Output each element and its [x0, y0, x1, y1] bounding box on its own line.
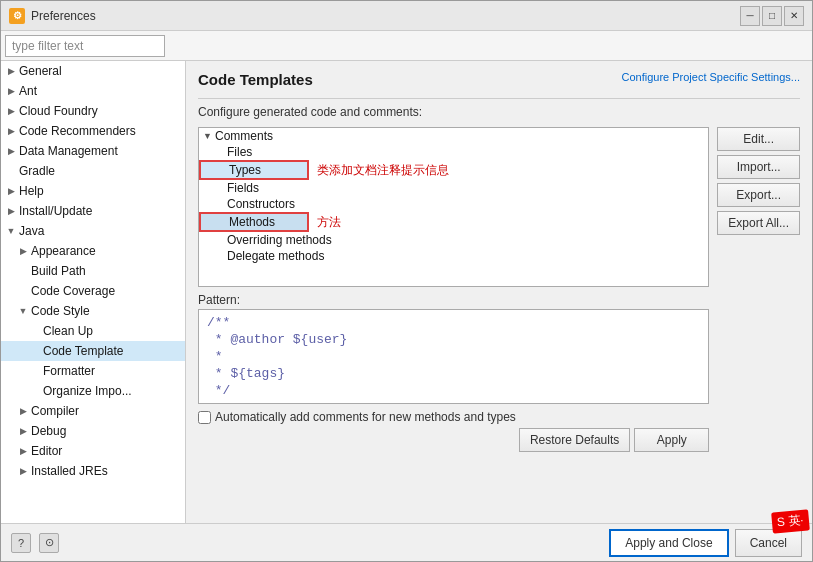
auto-check-label: Automatically add comments for new metho…	[215, 410, 516, 424]
sidebar-item-formatter[interactable]: Formatter	[1, 361, 185, 381]
arrow-icon	[17, 266, 29, 276]
arrow-icon: ▶	[17, 446, 29, 456]
app-icon: ⚙	[9, 8, 25, 24]
tree-item-methods[interactable]: Methods	[199, 212, 309, 232]
sidebar-item-code-template[interactable]: Code Template	[1, 341, 185, 361]
tree-item-types[interactable]: Types	[199, 160, 309, 180]
sidebar-item-code-coverage[interactable]: Code Coverage	[1, 281, 185, 301]
sidebar-item-installed-jres[interactable]: ▶ Installed JREs	[1, 461, 185, 481]
code-line-3: *	[207, 348, 700, 365]
auto-check-row: Automatically add comments for new metho…	[198, 410, 709, 424]
tree-item-label: Comments	[215, 129, 273, 143]
sidebar-item-install-update[interactable]: ▶ Install/Update	[1, 201, 185, 221]
sidebar-item-label: Code Coverage	[29, 283, 117, 299]
sidebar-item-ant[interactable]: ▶ Ant	[1, 81, 185, 101]
title-bar: ⚙ Preferences ─ □ ✕	[1, 1, 812, 31]
sidebar-item-gradle[interactable]: Gradle	[1, 161, 185, 181]
sidebar-item-label: Ant	[17, 83, 39, 99]
tree-item-label: Methods	[229, 215, 275, 229]
arrow-icon: ▶	[5, 66, 17, 76]
preferences-window: ⚙ Preferences ─ □ ✕ ▶ General ▶ Ant ▶ Cl…	[0, 0, 813, 562]
sidebar-item-label: Clean Up	[41, 323, 95, 339]
help-icon[interactable]: ?	[11, 533, 31, 553]
pattern-editor[interactable]: /** * @author ${user} * * ${tags} */	[198, 309, 709, 404]
expand-icon	[215, 235, 227, 245]
pattern-label: Pattern:	[198, 293, 709, 307]
import-button[interactable]: Import...	[717, 155, 800, 179]
code-line-1: /**	[207, 314, 700, 331]
sidebar-item-code-recommenders[interactable]: ▶ Code Recommenders	[1, 121, 185, 141]
methods-row: Methods 方法	[199, 212, 708, 232]
tree-item-constructors[interactable]: Constructors	[199, 196, 708, 212]
close-button[interactable]: ✕	[784, 6, 804, 26]
arrow-icon	[29, 326, 41, 336]
arrow-icon: ▼	[5, 226, 17, 236]
sidebar-item-code-style[interactable]: ▼ Code Style	[1, 301, 185, 321]
sidebar-item-label: Data Management	[17, 143, 120, 159]
sidebar-item-help[interactable]: ▶ Help	[1, 181, 185, 201]
code-line-5: */	[207, 382, 700, 399]
arrow-icon	[5, 166, 17, 176]
sidebar-item-organize-imports[interactable]: Organize Impo...	[1, 381, 185, 401]
arrow-icon	[29, 346, 41, 356]
sidebar-item-debug[interactable]: ▶ Debug	[1, 421, 185, 441]
sidebar-item-data-management[interactable]: ▶ Data Management	[1, 141, 185, 161]
maximize-button[interactable]: □	[762, 6, 782, 26]
arrow-icon: ▶	[17, 406, 29, 416]
arrow-icon: ▼	[17, 306, 29, 316]
tree-item-label: Fields	[227, 181, 259, 195]
arrow-icon: ▶	[5, 126, 17, 136]
tree-item-delegate-methods[interactable]: Delegate methods	[199, 248, 708, 264]
arrow-icon: ▶	[5, 206, 17, 216]
sidebar-item-cloud-foundry[interactable]: ▶ Cloud Foundry	[1, 101, 185, 121]
arrow-icon	[17, 286, 29, 296]
sidebar-item-label: General	[17, 63, 64, 79]
tree-item-overriding-methods[interactable]: Overriding methods	[199, 232, 708, 248]
code-line-4: * ${tags}	[207, 365, 700, 382]
sidebar-item-label: Java	[17, 223, 46, 239]
minimize-button[interactable]: ─	[740, 6, 760, 26]
sidebar-item-general[interactable]: ▶ General	[1, 61, 185, 81]
tree-item-label: Types	[229, 163, 261, 177]
preferences-icon[interactable]: ⊙	[39, 533, 59, 553]
configure-project-link[interactable]: Configure Project Specific Settings...	[621, 71, 800, 83]
auto-add-comments-checkbox[interactable]	[198, 411, 211, 424]
tree-item-files[interactable]: Files	[199, 144, 708, 160]
cancel-button[interactable]: Cancel	[735, 529, 802, 557]
sidebar: ▶ General ▶ Ant ▶ Cloud Foundry ▶ Code R…	[1, 61, 186, 523]
arrow-icon: ▶	[5, 186, 17, 196]
arrow-icon	[29, 386, 41, 396]
apply-and-close-button[interactable]: Apply and Close	[609, 529, 728, 557]
template-tree[interactable]: ▼ Comments Files Types	[198, 127, 709, 287]
sidebar-item-editor[interactable]: ▶ Editor	[1, 441, 185, 461]
sidebar-item-java[interactable]: ▼ Java	[1, 221, 185, 241]
tree-item-fields[interactable]: Fields	[199, 180, 708, 196]
filter-input[interactable]	[5, 35, 165, 57]
toolbar	[1, 31, 812, 61]
expand-icon	[217, 165, 229, 175]
types-annotation: 类添加文档注释提示信息	[317, 162, 449, 179]
export-all-button[interactable]: Export All...	[717, 211, 800, 235]
tree-item-comments[interactable]: ▼ Comments	[199, 128, 708, 144]
sidebar-item-clean-up[interactable]: Clean Up	[1, 321, 185, 341]
sidebar-item-label: Gradle	[17, 163, 57, 179]
sidebar-item-build-path[interactable]: Build Path	[1, 261, 185, 281]
sidebar-item-label: Appearance	[29, 243, 98, 259]
sidebar-item-appearance[interactable]: ▶ Appearance	[1, 241, 185, 261]
methods-annotation: 方法	[317, 214, 341, 231]
restore-apply-row: Restore Defaults Apply	[198, 428, 709, 452]
content-area: Code Templates Configure Project Specifi…	[186, 61, 812, 523]
edit-button[interactable]: Edit...	[717, 127, 800, 151]
tree-item-label: Constructors	[227, 197, 295, 211]
arrow-icon: ▶	[5, 146, 17, 156]
export-button[interactable]: Export...	[717, 183, 800, 207]
sidebar-item-compiler[interactable]: ▶ Compiler	[1, 401, 185, 421]
restore-defaults-button[interactable]: Restore Defaults	[519, 428, 630, 452]
sidebar-item-label: Compiler	[29, 403, 81, 419]
arrow-icon: ▶	[17, 426, 29, 436]
apply-button[interactable]: Apply	[634, 428, 709, 452]
tree-item-label: Delegate methods	[227, 249, 324, 263]
types-row: Types 类添加文档注释提示信息	[199, 160, 708, 180]
sidebar-item-label: Cloud Foundry	[17, 103, 100, 119]
bottom-bar: ? ⊙ Apply and Close Cancel	[1, 523, 812, 561]
